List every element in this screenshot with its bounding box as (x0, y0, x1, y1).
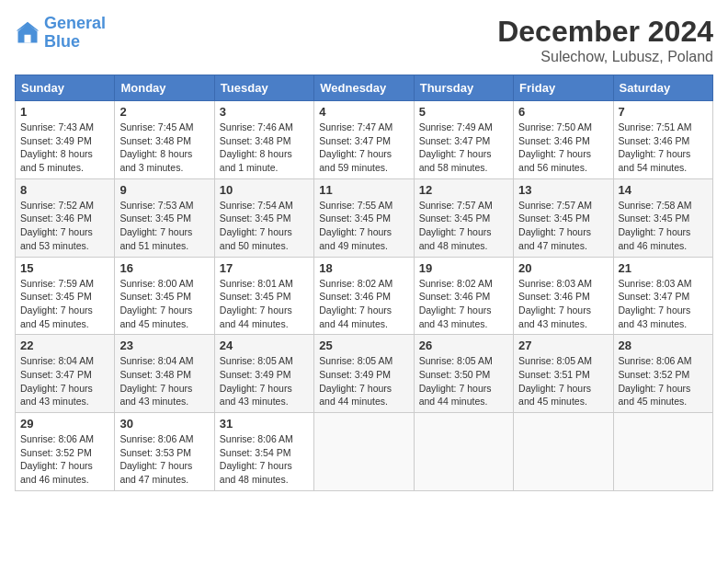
calendar-day: 5Sunrise: 7:49 AMSunset: 3:47 PMDaylight… (414, 101, 513, 179)
weekday-header-sunday: Sunday (16, 75, 115, 101)
day-info: Sunrise: 8:06 AMSunset: 3:52 PMDaylight:… (619, 354, 708, 408)
day-info: Sunrise: 8:05 AMSunset: 3:49 PMDaylight:… (319, 354, 408, 408)
calendar-week-4: 22Sunrise: 8:04 AMSunset: 3:47 PMDayligh… (16, 335, 713, 413)
day-number: 31 (220, 417, 309, 431)
day-number: 19 (419, 261, 508, 275)
calendar-day: 28Sunrise: 8:06 AMSunset: 3:52 PMDayligh… (613, 335, 712, 413)
calendar-day: 11Sunrise: 7:55 AMSunset: 3:45 PMDayligh… (314, 178, 414, 257)
calendar-day: 31Sunrise: 8:06 AMSunset: 3:54 PMDayligh… (214, 413, 313, 491)
calendar-day: 8Sunrise: 7:52 AMSunset: 3:46 PMDaylight… (16, 178, 115, 257)
calendar-day: 7Sunrise: 7:51 AMSunset: 3:46 PMDaylight… (613, 101, 712, 179)
day-info: Sunrise: 7:55 AMSunset: 3:45 PMDaylight:… (319, 199, 408, 253)
day-info: Sunrise: 7:51 AMSunset: 3:46 PMDaylight:… (619, 121, 708, 175)
day-info: Sunrise: 7:54 AMSunset: 3:45 PMDaylight:… (220, 199, 309, 253)
day-number: 24 (220, 339, 309, 352)
day-info: Sunrise: 8:01 AMSunset: 3:45 PMDaylight:… (220, 277, 309, 331)
day-number: 30 (119, 417, 209, 431)
day-info: Sunrise: 7:46 AMSunset: 3:48 PMDaylight:… (220, 121, 309, 175)
calendar-table: SundayMondayTuesdayWednesdayThursdayFrid… (15, 75, 713, 491)
day-number: 27 (518, 339, 608, 352)
day-number: 12 (419, 183, 508, 197)
calendar-day (514, 413, 613, 491)
calendar-day: 25Sunrise: 8:05 AMSunset: 3:49 PMDayligh… (314, 335, 414, 413)
calendar-day: 20Sunrise: 8:03 AMSunset: 3:46 PMDayligh… (514, 257, 613, 335)
day-number: 16 (119, 261, 209, 275)
day-info: Sunrise: 7:45 AMSunset: 3:48 PMDaylight:… (119, 121, 209, 175)
calendar-title: December 2024 (497, 15, 713, 49)
calendar-day: 13Sunrise: 7:57 AMSunset: 3:45 PMDayligh… (514, 178, 613, 257)
day-info: Sunrise: 7:59 AMSunset: 3:45 PMDaylight:… (20, 277, 109, 331)
day-number: 22 (20, 339, 109, 352)
day-number: 15 (20, 261, 109, 275)
calendar-day: 9Sunrise: 7:53 AMSunset: 3:45 PMDaylight… (115, 178, 214, 257)
day-number: 2 (119, 105, 209, 119)
calendar-day: 1Sunrise: 7:43 AMSunset: 3:49 PMDaylight… (16, 101, 115, 179)
day-info: Sunrise: 7:57 AMSunset: 3:45 PMDaylight:… (419, 199, 508, 253)
logo-general: General (44, 14, 106, 32)
weekday-header-wednesday: Wednesday (314, 75, 414, 101)
calendar-day: 27Sunrise: 8:05 AMSunset: 3:51 PMDayligh… (514, 335, 613, 413)
day-info: Sunrise: 7:52 AMSunset: 3:46 PMDaylight:… (20, 199, 109, 253)
weekday-header-thursday: Thursday (414, 75, 513, 101)
calendar-week-5: 29Sunrise: 8:06 AMSunset: 3:52 PMDayligh… (16, 413, 713, 491)
title-block: December 2024 Sulechow, Lubusz, Poland (497, 15, 713, 65)
calendar-day: 18Sunrise: 8:02 AMSunset: 3:46 PMDayligh… (314, 257, 414, 335)
logo-text: General Blue (44, 15, 106, 52)
calendar-day (613, 413, 712, 491)
day-info: Sunrise: 8:00 AMSunset: 3:45 PMDaylight:… (119, 277, 209, 331)
day-number: 13 (518, 183, 608, 197)
calendar-week-3: 15Sunrise: 7:59 AMSunset: 3:45 PMDayligh… (16, 257, 713, 335)
day-info: Sunrise: 8:05 AMSunset: 3:50 PMDaylight:… (419, 354, 508, 408)
day-info: Sunrise: 7:57 AMSunset: 3:45 PMDaylight:… (518, 199, 608, 253)
calendar-day: 17Sunrise: 8:01 AMSunset: 3:45 PMDayligh… (214, 257, 313, 335)
logo: General Blue (15, 15, 106, 52)
calendar-day: 3Sunrise: 7:46 AMSunset: 3:48 PMDaylight… (214, 101, 313, 179)
day-number: 11 (319, 183, 408, 197)
day-info: Sunrise: 8:02 AMSunset: 3:46 PMDaylight:… (319, 277, 408, 331)
weekday-header-row: SundayMondayTuesdayWednesdayThursdayFrid… (16, 75, 713, 101)
calendar-day: 14Sunrise: 7:58 AMSunset: 3:45 PMDayligh… (613, 178, 712, 257)
day-number: 4 (319, 105, 408, 119)
logo-icon (15, 20, 40, 46)
day-info: Sunrise: 8:03 AMSunset: 3:47 PMDaylight:… (619, 277, 708, 331)
day-number: 6 (518, 105, 608, 119)
page-header: General Blue December 2024 Sulechow, Lub… (15, 15, 713, 65)
calendar-day: 15Sunrise: 7:59 AMSunset: 3:45 PMDayligh… (16, 257, 115, 335)
calendar-day (314, 413, 414, 491)
day-number: 26 (419, 339, 508, 352)
calendar-subtitle: Sulechow, Lubusz, Poland (497, 49, 713, 65)
day-info: Sunrise: 8:03 AMSunset: 3:46 PMDaylight:… (518, 277, 608, 331)
calendar-day: 6Sunrise: 7:50 AMSunset: 3:46 PMDaylight… (514, 101, 613, 179)
calendar-day: 24Sunrise: 8:05 AMSunset: 3:49 PMDayligh… (214, 335, 313, 413)
day-number: 17 (220, 261, 309, 275)
day-number: 20 (518, 261, 608, 275)
calendar-day: 22Sunrise: 8:04 AMSunset: 3:47 PMDayligh… (16, 335, 115, 413)
day-info: Sunrise: 8:02 AMSunset: 3:46 PMDaylight:… (419, 277, 508, 331)
day-number: 25 (319, 339, 408, 352)
day-info: Sunrise: 8:05 AMSunset: 3:49 PMDaylight:… (220, 354, 309, 408)
day-number: 29 (20, 417, 109, 431)
svg-rect-2 (25, 35, 31, 43)
day-info: Sunrise: 7:47 AMSunset: 3:47 PMDaylight:… (319, 121, 408, 175)
day-number: 1 (20, 105, 109, 119)
calendar-day: 16Sunrise: 8:00 AMSunset: 3:45 PMDayligh… (115, 257, 214, 335)
calendar-day: 2Sunrise: 7:45 AMSunset: 3:48 PMDaylight… (115, 101, 214, 179)
calendar-day: 21Sunrise: 8:03 AMSunset: 3:47 PMDayligh… (613, 257, 712, 335)
calendar-day: 29Sunrise: 8:06 AMSunset: 3:52 PMDayligh… (16, 413, 115, 491)
day-info: Sunrise: 8:04 AMSunset: 3:47 PMDaylight:… (20, 354, 109, 408)
calendar-day: 19Sunrise: 8:02 AMSunset: 3:46 PMDayligh… (414, 257, 513, 335)
day-number: 7 (619, 105, 708, 119)
day-info: Sunrise: 8:05 AMSunset: 3:51 PMDaylight:… (518, 354, 608, 408)
calendar-week-2: 8Sunrise: 7:52 AMSunset: 3:46 PMDaylight… (16, 178, 713, 257)
calendar-day: 23Sunrise: 8:04 AMSunset: 3:48 PMDayligh… (115, 335, 214, 413)
day-number: 8 (20, 183, 109, 197)
day-number: 14 (619, 183, 708, 197)
day-info: Sunrise: 8:06 AMSunset: 3:52 PMDaylight:… (20, 432, 109, 487)
calendar-day: 4Sunrise: 7:47 AMSunset: 3:47 PMDaylight… (314, 101, 414, 179)
day-info: Sunrise: 7:58 AMSunset: 3:45 PMDaylight:… (619, 199, 708, 253)
day-info: Sunrise: 8:06 AMSunset: 3:54 PMDaylight:… (220, 432, 309, 487)
calendar-day (414, 413, 513, 491)
calendar-day: 10Sunrise: 7:54 AMSunset: 3:45 PMDayligh… (214, 178, 313, 257)
day-number: 10 (220, 183, 309, 197)
calendar-week-1: 1Sunrise: 7:43 AMSunset: 3:49 PMDaylight… (16, 101, 713, 179)
